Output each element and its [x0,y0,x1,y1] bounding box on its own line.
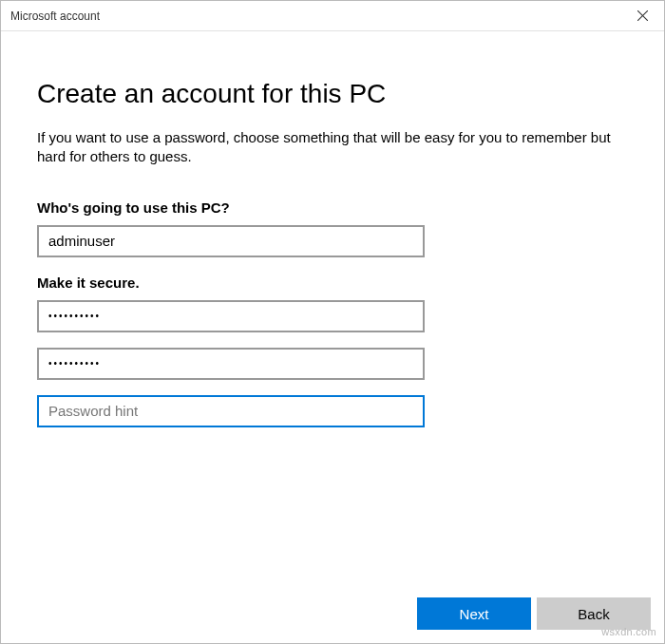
username-section-label: Who's going to use this PC? [37,199,628,216]
next-button[interactable]: Next [417,597,531,630]
content-area: Create an account for this PC If you wan… [1,31,664,427]
titlebar: Microsoft account [1,1,664,31]
page-subtext: If you want to use a password, choose so… [37,128,628,167]
close-button[interactable] [620,1,664,31]
username-input[interactable] [37,225,425,257]
confirm-password-input[interactable] [37,348,425,380]
password-input[interactable] [37,300,425,332]
back-button[interactable]: Back [537,597,651,630]
password-hint-input[interactable] [37,395,425,427]
dialog-window: Microsoft account Create an account for … [0,0,665,644]
footer-buttons: Next Back [417,597,651,630]
close-icon [637,10,648,21]
secure-section-label: Make it secure. [37,275,628,291]
window-title: Microsoft account [10,9,100,23]
page-heading: Create an account for this PC [37,79,628,109]
